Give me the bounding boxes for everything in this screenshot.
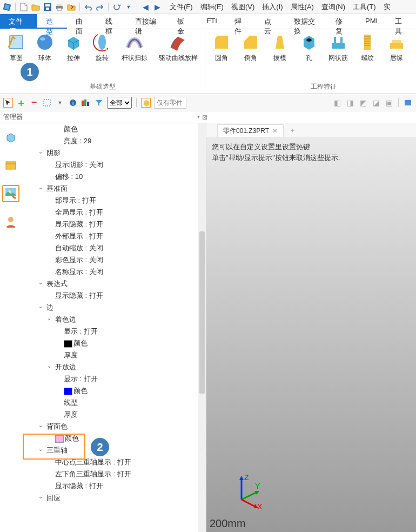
open-color-swatch[interactable]: [64, 388, 72, 395]
print-icon[interactable]: [55, 2, 64, 12]
collapse-right-icon[interactable]: ▶: [152, 2, 162, 12]
row-open-color[interactable]: 颜色: [22, 385, 206, 397]
row-response-hdr[interactable]: ⌄回应: [22, 492, 206, 504]
close-icon[interactable]: ✕: [272, 127, 278, 135]
refresh-icon[interactable]: [112, 2, 122, 12]
filter-dropdown[interactable]: 全部: [107, 97, 132, 109]
row-triad-hdr[interactable]: ⌄三重轴: [22, 444, 206, 456]
tree-mode-icon[interactable]: [2, 129, 19, 146]
menu-query[interactable]: 查询(N): [321, 2, 345, 12]
filter-icon[interactable]: [94, 98, 104, 108]
save-icon[interactable]: [43, 2, 52, 12]
row-shaded-edge-hdr[interactable]: ⌄着色边: [22, 314, 206, 325]
menu-view[interactable]: 视图(V): [231, 2, 254, 12]
btn-sweep[interactable]: 杆状扫掠: [119, 32, 151, 79]
ribbon-tab-file[interactable]: 文件(F): [0, 14, 37, 29]
extra-icon-1[interactable]: ◧: [332, 98, 342, 108]
btn-revolve[interactable]: 旋转: [90, 32, 113, 79]
new-file-icon[interactable]: [19, 2, 29, 12]
dropdown-icon[interactable]: ▼: [124, 2, 133, 12]
row-edge-hdr[interactable]: ⌄边: [22, 302, 206, 314]
row-expr-show-hidden[interactable]: 显示隐藏 : 打开: [22, 290, 206, 302]
row-backface-hdr[interactable]: ⌄背面色: [22, 421, 206, 433]
import-icon[interactable]: [66, 2, 76, 12]
menu-tools[interactable]: 工具(T): [353, 2, 376, 12]
row-offset[interactable]: 偏移 : 10: [22, 171, 206, 183]
ribbon-tab-heal[interactable]: 修复: [327, 14, 357, 29]
minus-icon[interactable]: −: [29, 98, 39, 108]
ribbon-tab-shape[interactable]: 造型: [37, 14, 67, 29]
row-local-show[interactable]: 部显示 : 打开: [22, 195, 206, 207]
rainbow-icon[interactable]: [81, 98, 91, 108]
row-external-show[interactable]: 外部显示 : 打开: [22, 230, 206, 242]
btn-thread[interactable]: 螺纹: [355, 32, 379, 79]
shaded-color-swatch[interactable]: [64, 340, 72, 348]
redo-icon[interactable]: [95, 2, 105, 12]
btn-draft[interactable]: 拔模: [268, 32, 292, 79]
btn-stock[interactable]: 坯料: [414, 32, 416, 79]
btn-extrude[interactable]: 拉伸: [62, 32, 85, 79]
row-show-shadow[interactable]: 显示阴影 : 关闭: [22, 159, 206, 171]
extra-icon-3[interactable]: ◩: [358, 98, 368, 108]
tree-scrollbar-thumb[interactable]: [199, 231, 205, 394]
document-tab[interactable]: 零件001.Z3PRT ✕: [217, 124, 284, 137]
select-box-icon[interactable]: [42, 98, 52, 108]
row-baseplane-hdr[interactable]: ⌄基准面: [22, 183, 206, 195]
ribbon-tab-weld[interactable]: 焊件: [226, 14, 256, 29]
ribbon-tab-utils[interactable]: 工具: [386, 14, 416, 29]
menu-edit[interactable]: 编辑(E): [200, 2, 224, 12]
row-corner-triad[interactable]: 左下角三重轴显示 : 打开: [22, 468, 206, 480]
new-tab-button[interactable]: ＋: [284, 123, 301, 137]
extra-icon-5[interactable]: ▣: [384, 98, 394, 108]
row-open-thickness[interactable]: 厚度: [22, 409, 206, 421]
pointer-icon[interactable]: [3, 98, 13, 108]
row-expr-hdr[interactable]: ⌄表达式: [22, 278, 206, 290]
ribbon-tab-sheetmetal[interactable]: 钣金: [169, 14, 198, 29]
panel-close-icon[interactable]: ⊠: [202, 114, 207, 121]
row-show-hidden[interactable]: 显示隐藏 : 打开: [22, 218, 206, 230]
viewport-body[interactable]: 您可以在自定义设置里设置热键 单击"帮助/显示提示"按钮来取消这些提示. Z Y…: [206, 137, 416, 532]
ribbon-tab-pmi[interactable]: PMI: [357, 14, 386, 29]
ribbon-tab-fti[interactable]: FTI: [198, 14, 226, 29]
box-select-icon[interactable]: [141, 98, 151, 108]
menu-file[interactable]: 文件(F): [170, 2, 193, 12]
open-file-icon[interactable]: [31, 2, 41, 12]
menu-extra[interactable]: 实: [384, 2, 391, 12]
btn-fillet[interactable]: 圆角: [210, 32, 233, 79]
property-tree[interactable]: 颜色 亮度 : 29 ⌄阴影 显示阴影 : 关闭 偏移 : 10 ⌄基准面 部显…: [22, 123, 206, 532]
menu-insert[interactable]: 插入(I): [262, 2, 283, 12]
visual-settings-icon[interactable]: [2, 185, 19, 202]
ribbon-tab-surface[interactable]: 曲面: [67, 14, 97, 29]
btn-rib[interactable]: 网状筋: [326, 32, 350, 79]
row-color-show[interactable]: 彩色显示 : 关闭: [22, 254, 206, 266]
extra-icon-4[interactable]: ◪: [371, 98, 381, 108]
ribbon-tab-wireframe[interactable]: 线框: [97, 14, 126, 29]
dropdown-small-icon[interactable]: ▼: [55, 98, 65, 108]
backface-color-swatch[interactable]: [55, 435, 64, 443]
row-auto-zoom[interactable]: 自动缩放 : 关闭: [22, 242, 206, 254]
row-global-show[interactable]: 全局显示 : 打开: [22, 207, 206, 218]
row-color[interactable]: 颜色: [22, 123, 206, 135]
plus-icon[interactable]: ＋: [16, 98, 26, 108]
more-icon[interactable]: [403, 98, 413, 108]
row-shaded-show[interactable]: 显示 : 打开: [22, 325, 206, 337]
extra-icon-2[interactable]: ◨: [345, 98, 355, 108]
row-open-show[interactable]: 显示 : 打开: [22, 373, 206, 385]
package-icon[interactable]: [2, 157, 19, 174]
btn-hole[interactable]: 孔: [297, 32, 321, 79]
row-triad-show-hidden[interactable]: 显示隐藏 : 打开: [22, 480, 206, 492]
user-icon[interactable]: [2, 213, 19, 230]
row-backface-color[interactable]: 颜色: [22, 433, 206, 444]
btn-loft[interactable]: 驱动曲线放样: [156, 32, 200, 79]
tree-scrollbar[interactable]: [198, 123, 206, 532]
ribbon-tab-pointcloud[interactable]: 点云: [256, 14, 285, 29]
row-shadow-hdr[interactable]: ⌄阴影: [22, 147, 206, 159]
row-shaded-color[interactable]: 颜色: [22, 337, 206, 349]
menu-attr[interactable]: 属性(A): [291, 2, 314, 12]
row-shaded-thickness[interactable]: 厚度: [22, 349, 206, 361]
row-center-triad[interactable]: 中心点三重轴显示 : 打开: [22, 456, 206, 468]
btn-lip[interactable]: 唇缘: [385, 32, 408, 79]
collapse-left-icon[interactable]: ◀: [140, 2, 150, 12]
panel-drop-icon[interactable]: ▾: [197, 114, 200, 121]
row-open-linetype[interactable]: 线型: [22, 397, 206, 409]
